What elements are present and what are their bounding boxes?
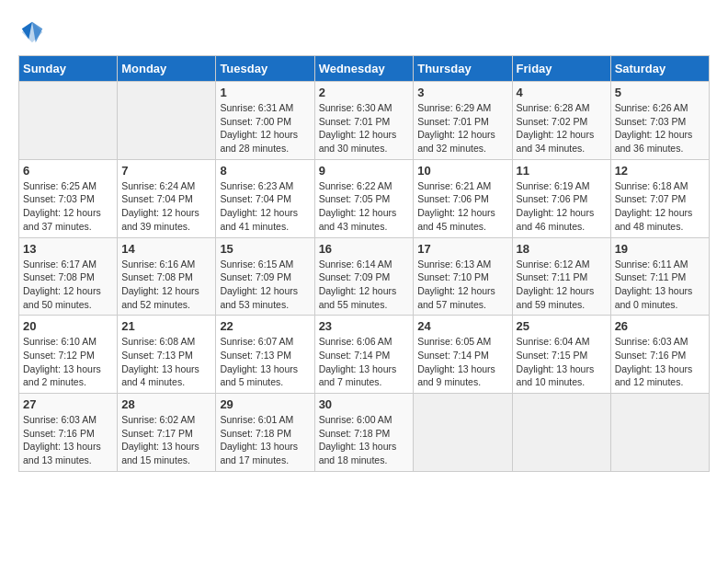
calendar-cell: 11Sunrise: 6:19 AMSunset: 7:06 PMDayligh… [512,159,610,237]
day-info: Sunrise: 6:07 AMSunset: 7:13 PMDaylight:… [220,335,310,389]
calendar-cell: 6Sunrise: 6:25 AMSunset: 7:03 PMDaylight… [19,159,118,237]
day-info: Sunrise: 6:28 AMSunset: 7:02 PMDaylight:… [517,101,607,155]
day-number: 8 [220,164,310,178]
calendar-cell: 7Sunrise: 6:24 AMSunset: 7:04 PMDaylight… [118,159,216,237]
day-info: Sunrise: 6:18 AMSunset: 7:07 PMDaylight:… [615,179,705,234]
day-number: 5 [615,86,705,99]
day-number: 25 [517,319,607,333]
calendar-cell [19,82,118,160]
day-number: 1 [220,86,310,99]
calendar-cell: 29Sunrise: 6:01 AMSunset: 7:18 PMDayligh… [216,394,314,472]
day-info: Sunrise: 6:03 AMSunset: 7:16 PMDaylight:… [23,413,113,467]
calendar-cell: 12Sunrise: 6:18 AMSunset: 7:07 PMDayligh… [610,159,709,237]
day-info: Sunrise: 6:31 AMSunset: 7:00 PMDaylight:… [220,101,310,155]
calendar-cell: 4Sunrise: 6:28 AMSunset: 7:02 PMDaylight… [512,82,610,160]
page-header [18,18,710,46]
day-info: Sunrise: 6:15 AMSunset: 7:09 PMDaylight:… [220,258,310,312]
calendar-cell: 15Sunrise: 6:15 AMSunset: 7:09 PMDayligh… [216,237,314,316]
day-info: Sunrise: 6:16 AMSunset: 7:08 PMDaylight:… [121,258,211,312]
day-number: 23 [319,319,410,333]
day-number: 26 [615,319,705,333]
day-number: 4 [517,86,607,99]
day-number: 28 [121,397,211,411]
calendar-cell: 22Sunrise: 6:07 AMSunset: 7:13 PMDayligh… [216,316,314,394]
weekday-header: Sunday [19,56,118,82]
day-number: 18 [517,242,607,256]
weekday-header: Monday [118,56,216,82]
calendar-cell: 23Sunrise: 6:06 AMSunset: 7:14 PMDayligh… [314,316,414,394]
day-number: 16 [319,242,410,256]
day-number: 3 [417,86,507,99]
day-number: 19 [615,242,705,256]
day-number: 27 [23,397,113,411]
day-info: Sunrise: 6:02 AMSunset: 7:17 PMDaylight:… [121,413,211,467]
day-info: Sunrise: 6:08 AMSunset: 7:13 PMDaylight:… [121,335,211,389]
calendar-cell: 8Sunrise: 6:23 AMSunset: 7:04 PMDaylight… [216,159,314,237]
day-number: 17 [417,242,507,256]
calendar-cell: 10Sunrise: 6:21 AMSunset: 7:06 PMDayligh… [414,159,512,237]
day-number: 6 [23,164,113,178]
calendar-cell: 9Sunrise: 6:22 AMSunset: 7:05 PMDaylight… [314,159,414,237]
day-info: Sunrise: 6:29 AMSunset: 7:01 PMDaylight:… [417,101,507,155]
day-info: Sunrise: 6:03 AMSunset: 7:16 PMDaylight:… [615,335,705,389]
day-info: Sunrise: 6:21 AMSunset: 7:06 PMDaylight:… [417,179,507,234]
calendar-cell [414,394,512,472]
weekday-header: Thursday [414,56,512,82]
logo-icon [18,18,46,46]
day-info: Sunrise: 6:22 AMSunset: 7:05 PMDaylight:… [319,179,410,234]
day-info: Sunrise: 6:10 AMSunset: 7:12 PMDaylight:… [23,335,113,389]
logo [18,18,51,46]
day-info: Sunrise: 6:06 AMSunset: 7:14 PMDaylight:… [319,335,410,389]
day-info: Sunrise: 6:24 AMSunset: 7:04 PMDaylight:… [121,179,211,234]
calendar-cell: 2Sunrise: 6:30 AMSunset: 7:01 PMDaylight… [314,82,414,160]
calendar-cell: 18Sunrise: 6:12 AMSunset: 7:11 PMDayligh… [512,237,610,316]
day-number: 11 [517,164,607,178]
calendar-cell: 19Sunrise: 6:11 AMSunset: 7:11 PMDayligh… [610,237,709,316]
day-number: 14 [121,242,211,256]
day-number: 30 [319,397,410,411]
calendar-cell: 13Sunrise: 6:17 AMSunset: 7:08 PMDayligh… [19,237,118,316]
day-info: Sunrise: 6:11 AMSunset: 7:11 PMDaylight:… [615,258,705,312]
day-info: Sunrise: 6:25 AMSunset: 7:03 PMDaylight:… [23,179,113,234]
day-number: 10 [417,164,507,178]
calendar-cell: 24Sunrise: 6:05 AMSunset: 7:14 PMDayligh… [414,316,512,394]
day-info: Sunrise: 6:05 AMSunset: 7:14 PMDaylight:… [417,335,507,389]
calendar-cell: 20Sunrise: 6:10 AMSunset: 7:12 PMDayligh… [19,316,118,394]
calendar-cell: 17Sunrise: 6:13 AMSunset: 7:10 PMDayligh… [414,237,512,316]
day-number: 13 [23,242,113,256]
calendar-cell: 21Sunrise: 6:08 AMSunset: 7:13 PMDayligh… [118,316,216,394]
calendar-table: SundayMondayTuesdayWednesdayThursdayFrid… [18,55,710,472]
day-info: Sunrise: 6:01 AMSunset: 7:18 PMDaylight:… [220,413,310,467]
weekday-header: Saturday [610,56,709,82]
day-number: 9 [319,164,410,178]
day-number: 21 [121,319,211,333]
calendar-cell: 25Sunrise: 6:04 AMSunset: 7:15 PMDayligh… [512,316,610,394]
calendar-cell: 3Sunrise: 6:29 AMSunset: 7:01 PMDaylight… [414,82,512,160]
day-number: 29 [220,397,310,411]
calendar-cell: 14Sunrise: 6:16 AMSunset: 7:08 PMDayligh… [118,237,216,316]
day-info: Sunrise: 6:19 AMSunset: 7:06 PMDaylight:… [517,179,607,234]
calendar-cell: 5Sunrise: 6:26 AMSunset: 7:03 PMDaylight… [610,82,709,160]
calendar-cell: 27Sunrise: 6:03 AMSunset: 7:16 PMDayligh… [19,394,118,472]
weekday-header: Wednesday [314,56,414,82]
day-info: Sunrise: 6:30 AMSunset: 7:01 PMDaylight:… [319,101,410,155]
day-number: 7 [121,164,211,178]
day-info: Sunrise: 6:00 AMSunset: 7:18 PMDaylight:… [319,413,410,467]
calendar-cell [610,394,709,472]
day-info: Sunrise: 6:26 AMSunset: 7:03 PMDaylight:… [615,101,705,155]
day-number: 24 [417,319,507,333]
day-info: Sunrise: 6:17 AMSunset: 7:08 PMDaylight:… [23,258,113,312]
day-info: Sunrise: 6:14 AMSunset: 7:09 PMDaylight:… [319,258,410,312]
weekday-header: Tuesday [216,56,314,82]
calendar-cell: 30Sunrise: 6:00 AMSunset: 7:18 PMDayligh… [314,394,414,472]
calendar-cell: 1Sunrise: 6:31 AMSunset: 7:00 PMDaylight… [216,82,314,160]
day-number: 22 [220,319,310,333]
day-info: Sunrise: 6:13 AMSunset: 7:10 PMDaylight:… [417,258,507,312]
day-number: 15 [220,242,310,256]
day-info: Sunrise: 6:04 AMSunset: 7:15 PMDaylight:… [517,335,607,389]
weekday-header: Friday [512,56,610,82]
calendar-cell: 16Sunrise: 6:14 AMSunset: 7:09 PMDayligh… [314,237,414,316]
day-info: Sunrise: 6:12 AMSunset: 7:11 PMDaylight:… [517,258,607,312]
day-number: 12 [615,164,705,178]
calendar-cell [512,394,610,472]
